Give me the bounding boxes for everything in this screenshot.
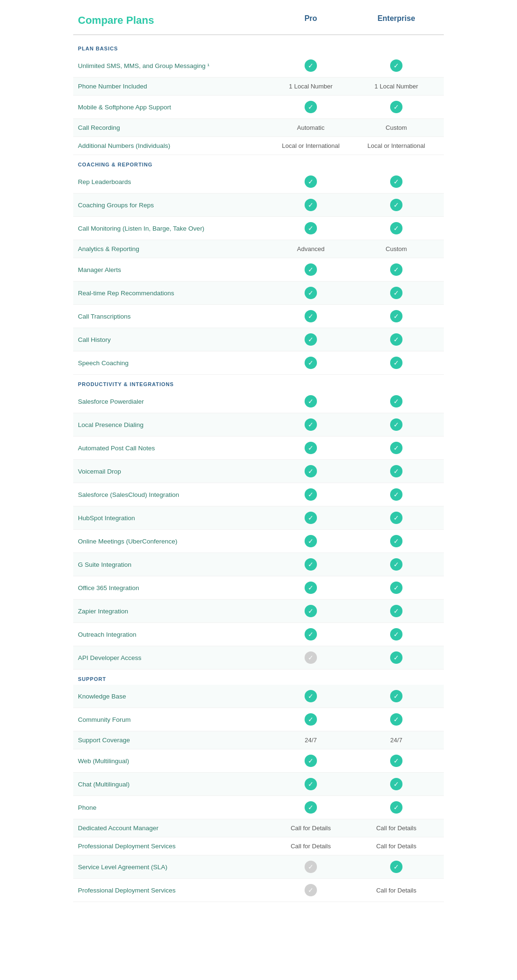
pro-value: Local or International: [268, 142, 354, 149]
enterprise-value: ✓: [354, 488, 439, 501]
section-label-text: PRODUCTIVITY & INTEGRATIONS: [78, 381, 268, 387]
section-label-1: COACHING & REPORTING: [73, 155, 444, 170]
pro-value: ✓: [268, 861, 354, 873]
check-icon: ✓: [305, 357, 317, 369]
check-icon: ✓: [390, 755, 402, 767]
feature-name: Unlimited SMS, MMS, and Group Messaging …: [78, 62, 268, 69]
enterprise-value: ✓: [354, 59, 439, 72]
text-value: 1 Local Number: [289, 83, 333, 90]
feature-row: Call History ✓ ✓: [73, 328, 444, 351]
feature-name: Call Transcriptions: [78, 313, 268, 320]
check-icon: ✓: [305, 605, 317, 617]
check-icon: ✓: [390, 310, 402, 322]
pro-value: ✓: [268, 690, 354, 702]
enterprise-value: ✓: [354, 801, 439, 814]
feature-row: Unlimited SMS, MMS, and Group Messaging …: [73, 54, 444, 78]
check-icon: ✓: [305, 713, 317, 726]
check-icon: ✓: [305, 778, 317, 790]
enterprise-value: ✓: [354, 175, 439, 188]
feature-row: Salesforce Powerdialer ✓ ✓: [73, 390, 444, 413]
text-value: Local or International: [367, 142, 425, 149]
text-value: Advanced: [297, 245, 325, 252]
pro-value: ✓: [268, 263, 354, 276]
check-icon: ✓: [390, 263, 402, 276]
pro-value: ✓: [268, 395, 354, 408]
enterprise-value: ✓: [354, 582, 439, 594]
pro-value: ✓: [268, 199, 354, 211]
feature-name: Real-time Rep Recommendations: [78, 290, 268, 297]
text-value: Custom: [386, 124, 407, 131]
feature-row: Knowledge Base ✓ ✓: [73, 685, 444, 708]
sections-container: PLAN BASICS Unlimited SMS, MMS, and Grou…: [73, 39, 444, 902]
pro-value: ✓: [268, 175, 354, 188]
pro-value: ✓: [268, 582, 354, 594]
section-label-0: PLAN BASICS: [73, 39, 444, 54]
feature-name: Chat (Multilingual): [78, 781, 268, 788]
feature-row: API Developer Access ✓ ✓: [73, 646, 444, 670]
check-icon: ✓: [305, 488, 317, 501]
text-value: Call for Details: [291, 843, 331, 850]
enterprise-value: ✓: [354, 713, 439, 726]
check-icon: ✓: [305, 333, 317, 346]
check-icon: ✓: [305, 310, 317, 322]
section-label-text: PLAN BASICS: [78, 46, 268, 51]
check-icon: ✓: [305, 628, 317, 640]
pro-value: ✓: [268, 755, 354, 767]
section-label-text: SUPPORT: [78, 676, 268, 682]
feature-name: Phone: [78, 804, 268, 811]
feature-row: Support Coverage 24/7 24/7: [73, 731, 444, 749]
feature-row: Service Level Agreement (SLA) ✓ ✓: [73, 855, 444, 879]
feature-row: Dedicated Account Manager Call for Detai…: [73, 819, 444, 837]
check-icon: ✓: [305, 395, 317, 408]
check-icon: ✓: [305, 287, 317, 299]
enterprise-value: ✓: [354, 310, 439, 322]
check-icon: ✓: [390, 713, 402, 726]
check-icon: ✓: [305, 418, 317, 431]
feature-row: Salesforce (SalesCloud) Integration ✓ ✓: [73, 483, 444, 506]
check-icon: ✓: [390, 357, 402, 369]
enterprise-value: ✓: [354, 101, 439, 113]
check-icon: ✓: [390, 488, 402, 501]
check-icon: ✓: [305, 801, 317, 814]
check-icon: ✓: [305, 222, 317, 234]
enterprise-value: ✓: [354, 199, 439, 211]
check-icon: ✓: [305, 465, 317, 477]
feature-name: Zapier Integration: [78, 608, 268, 615]
feature-row: Call Monitoring (Listen In, Barge, Take …: [73, 217, 444, 240]
check-icon: ✓: [390, 605, 402, 617]
feature-row: Local Presence Dialing ✓ ✓: [73, 413, 444, 437]
check-icon: ✓: [390, 651, 402, 664]
pro-value: ✓: [268, 418, 354, 431]
enterprise-value: 24/7: [354, 737, 439, 744]
check-icon: ✓: [390, 535, 402, 547]
enterprise-value: ✓: [354, 395, 439, 408]
feature-row: Zapier Integration ✓ ✓: [73, 600, 444, 623]
feature-row: Chat (Multilingual) ✓ ✓: [73, 773, 444, 796]
feature-row: Additional Numbers (Individuals) Local o…: [73, 137, 444, 155]
feature-name: Online Meetings (UberConference): [78, 538, 268, 545]
feature-row: Phone Number Included 1 Local Number 1 L…: [73, 78, 444, 96]
feature-row: Call Transcriptions ✓ ✓: [73, 305, 444, 328]
feature-row: Outreach Integration ✓ ✓: [73, 623, 444, 646]
check-icon: ✓: [390, 690, 402, 702]
pro-value: ✓: [268, 778, 354, 790]
check-icon: ✓: [305, 755, 317, 767]
check-icon: ✓: [390, 287, 402, 299]
check-icon: ✓: [305, 690, 317, 702]
pro-value: ✓: [268, 535, 354, 547]
pro-value: 1 Local Number: [268, 83, 354, 90]
text-value: 24/7: [305, 737, 316, 744]
feature-name: Community Forum: [78, 716, 268, 723]
feature-row: Rep Leaderboards ✓ ✓: [73, 170, 444, 194]
pro-value: Call for Details: [268, 825, 354, 832]
text-value: Local or International: [282, 142, 339, 149]
pro-value: Call for Details: [268, 843, 354, 850]
enterprise-value: Call for Details: [354, 887, 439, 894]
enterprise-value: ✓: [354, 605, 439, 617]
text-value: Call for Details: [291, 825, 331, 832]
enterprise-value: ✓: [354, 628, 439, 640]
feature-row: Call Recording Automatic Custom: [73, 119, 444, 137]
feature-name: Salesforce Powerdialer: [78, 398, 268, 405]
text-value: Call for Details: [376, 887, 417, 894]
check-icon: ✓: [390, 442, 402, 454]
